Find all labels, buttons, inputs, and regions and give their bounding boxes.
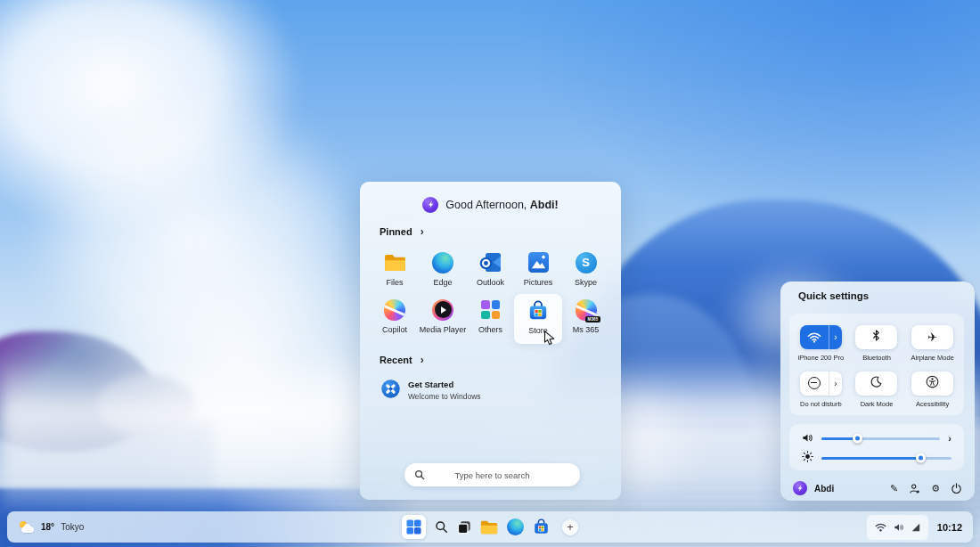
task-view-icon — [457, 520, 471, 535]
user-avatar[interactable] — [793, 481, 807, 495]
volume-slider-thumb[interactable] — [853, 434, 862, 444]
app-tile-skype[interactable]: S Skype — [562, 251, 610, 287]
volume-slider-row: › — [802, 431, 951, 445]
chevron-right-icon[interactable]: › — [948, 434, 951, 444]
wifi-icon — [875, 519, 886, 535]
app-tile-pictures[interactable]: Pictures — [514, 251, 562, 287]
taskbar-search-button[interactable] — [435, 520, 448, 534]
app-tile-others[interactable]: Others — [467, 298, 515, 334]
search-icon — [414, 469, 425, 480]
wallpaper-cloud — [0, 0, 303, 232]
power-icon[interactable] — [951, 483, 962, 494]
dark-mode-tile: Dark Mode — [849, 366, 905, 412]
airplane-mode-tile: ✈ Airplane Mode — [904, 320, 960, 366]
bluetooth-button[interactable] — [855, 325, 897, 349]
quick-settings-sliders: › — [789, 424, 964, 470]
gear-icon[interactable]: ⚙ — [931, 484, 940, 494]
chevron-right-icon[interactable]: › — [829, 371, 842, 396]
wallpaper-cloud — [27, 89, 365, 392]
do-not-disturb-tile: › Do not disturb — [793, 366, 849, 412]
app-tile-copilot[interactable]: Copilot — [371, 298, 419, 334]
brightness-icon — [802, 450, 813, 466]
wallpaper-cloud — [80, 241, 401, 490]
taskbar: 18° Tokyo — [7, 511, 973, 543]
mouse-cursor — [543, 331, 555, 349]
user-name: Abdi — [814, 484, 890, 494]
start-button[interactable] — [402, 515, 426, 539]
app-tile-edge[interactable]: Edge — [419, 251, 467, 287]
desktop: Good Afternoon, Abdi! Pinned › Files Edg… — [0, 0, 980, 547]
quick-settings-user-row: Abdi ✎ ⚙ — [793, 479, 962, 497]
weather-city: Tokyo — [61, 522, 84, 532]
windows-logo-icon — [406, 519, 421, 535]
store-icon — [527, 299, 549, 322]
app-tile-media-player[interactable]: Media Player — [419, 298, 467, 334]
app-tile-outlook[interactable]: Outlook — [467, 251, 515, 287]
user-settings-icon[interactable] — [909, 483, 920, 494]
pictures-icon — [528, 251, 549, 274]
edge-icon — [507, 518, 524, 535]
quick-settings-title: Quick settings — [798, 290, 869, 301]
outlook-icon — [479, 251, 502, 274]
speaker-icon — [802, 430, 813, 446]
search-input[interactable] — [404, 469, 580, 481]
folder-icon — [480, 520, 498, 535]
file-explorer-button[interactable] — [480, 520, 498, 535]
task-view-button[interactable] — [457, 520, 471, 535]
bluetooth-icon — [871, 329, 881, 346]
edge-icon — [432, 251, 453, 274]
others-icon — [481, 298, 500, 321]
recent-item-title: Get Started — [408, 380, 481, 389]
speaker-icon — [894, 519, 904, 535]
search-icon — [435, 520, 448, 534]
add-button[interactable]: + — [562, 519, 578, 535]
store-icon — [533, 518, 550, 535]
app-tile-ms365[interactable]: M365 Ms 365 — [562, 298, 610, 334]
greeting-text: Good Afternoon, Abdi! — [445, 199, 558, 211]
skype-icon: S — [576, 251, 597, 274]
accessibility-tile: Acessibility — [904, 366, 960, 412]
recent-header[interactable]: Recent › — [380, 355, 424, 365]
pinned-header[interactable]: Pinned › — [380, 226, 424, 237]
copilot-icon — [384, 298, 405, 321]
system-tray[interactable] — [867, 515, 928, 540]
app-tile-files[interactable]: Files — [371, 251, 419, 287]
brightness-slider[interactable] — [821, 457, 951, 460]
chevron-right-icon: › — [421, 226, 424, 237]
pencil-icon[interactable]: ✎ — [890, 484, 898, 494]
wallpaper-rocks — [0, 331, 156, 452]
brightness-slider-thumb[interactable] — [916, 453, 926, 463]
taskbar-right: 10:12 — [867, 511, 962, 543]
quick-settings-panel: Quick settings › iPhone 200 Pro — [780, 282, 975, 501]
wifi-icon — [800, 325, 829, 349]
do-not-disturb-button[interactable]: › — [800, 371, 842, 396]
store-button[interactable] — [533, 518, 550, 535]
search-bar[interactable] — [404, 463, 580, 486]
accessibility-button[interactable] — [911, 371, 953, 396]
weather-widget[interactable]: 18° Tokyo — [20, 511, 84, 543]
moon-icon — [870, 375, 882, 391]
brightness-slider-row — [802, 451, 951, 465]
recent-item-subtitle: Welcome to Windows — [408, 392, 481, 401]
airplane-icon: ✈ — [927, 331, 937, 343]
chevron-right-icon[interactable]: › — [829, 325, 842, 349]
get-started-icon — [381, 380, 400, 402]
recent-item-get-started[interactable]: Get Started Welcome to Windows — [381, 380, 481, 402]
wifi-button[interactable]: › — [800, 325, 842, 349]
airplane-mode-button[interactable]: ✈ — [911, 325, 953, 349]
taskbar-center: + — [402, 511, 578, 543]
dark-mode-button[interactable] — [855, 371, 897, 396]
wallpaper-rocks-small — [98, 374, 196, 437]
weather-temp: 18° — [41, 522, 54, 532]
clock[interactable]: 10:12 — [937, 522, 962, 533]
cellular-signal-icon — [911, 519, 920, 535]
bluetooth-tile: Bluetooth — [849, 320, 905, 366]
assistant-avatar-icon — [422, 197, 438, 213]
quick-settings-tiles: › iPhone 200 Pro Bluetooth ✈ A — [789, 314, 964, 415]
chevron-right-icon: › — [421, 355, 424, 365]
start-menu: Good Afternoon, Abdi! Pinned › Files Edg… — [360, 182, 621, 500]
partly-cloudy-icon — [20, 521, 35, 533]
edge-button[interactable] — [507, 518, 524, 535]
volume-slider[interactable] — [821, 437, 940, 440]
do-not-disturb-icon — [800, 371, 829, 396]
